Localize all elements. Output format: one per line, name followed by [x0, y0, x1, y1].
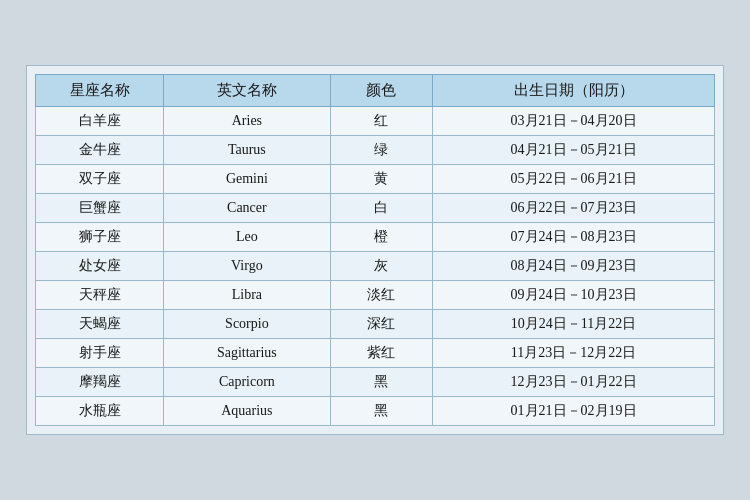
table-row: 白羊座Aries红03月21日－04月20日	[36, 107, 715, 136]
cell-english: Sagittarius	[164, 339, 331, 368]
header-english: 英文名称	[164, 75, 331, 107]
cell-english: Cancer	[164, 194, 331, 223]
cell-english: Taurus	[164, 136, 331, 165]
cell-color: 淡红	[330, 281, 432, 310]
cell-date: 06月22日－07月23日	[433, 194, 715, 223]
cell-color: 橙	[330, 223, 432, 252]
table-row: 天秤座Libra淡红09月24日－10月23日	[36, 281, 715, 310]
cell-color: 绿	[330, 136, 432, 165]
cell-chinese: 双子座	[36, 165, 164, 194]
cell-chinese: 狮子座	[36, 223, 164, 252]
header-color: 颜色	[330, 75, 432, 107]
cell-date: 05月22日－06月21日	[433, 165, 715, 194]
cell-color: 白	[330, 194, 432, 223]
cell-color: 黑	[330, 368, 432, 397]
cell-english: Aquarius	[164, 397, 331, 426]
cell-english: Scorpio	[164, 310, 331, 339]
cell-english: Leo	[164, 223, 331, 252]
cell-color: 灰	[330, 252, 432, 281]
cell-english: Aries	[164, 107, 331, 136]
cell-color: 深红	[330, 310, 432, 339]
table-row: 狮子座Leo橙07月24日－08月23日	[36, 223, 715, 252]
cell-date: 11月23日－12月22日	[433, 339, 715, 368]
table-row: 射手座Sagittarius紫红11月23日－12月22日	[36, 339, 715, 368]
cell-date: 10月24日－11月22日	[433, 310, 715, 339]
header-date: 出生日期（阳历）	[433, 75, 715, 107]
table-header-row: 星座名称 英文名称 颜色 出生日期（阳历）	[36, 75, 715, 107]
cell-color: 红	[330, 107, 432, 136]
table-row: 巨蟹座Cancer白06月22日－07月23日	[36, 194, 715, 223]
cell-chinese: 巨蟹座	[36, 194, 164, 223]
cell-date: 07月24日－08月23日	[433, 223, 715, 252]
table-row: 双子座Gemini黄05月22日－06月21日	[36, 165, 715, 194]
cell-english: Capricorn	[164, 368, 331, 397]
cell-english: Virgo	[164, 252, 331, 281]
cell-color: 黑	[330, 397, 432, 426]
cell-chinese: 射手座	[36, 339, 164, 368]
cell-english: Libra	[164, 281, 331, 310]
cell-chinese: 金牛座	[36, 136, 164, 165]
cell-chinese: 天秤座	[36, 281, 164, 310]
zodiac-table: 星座名称 英文名称 颜色 出生日期（阳历） 白羊座Aries红03月21日－04…	[35, 74, 715, 426]
cell-date: 01月21日－02月19日	[433, 397, 715, 426]
header-chinese: 星座名称	[36, 75, 164, 107]
cell-english: Gemini	[164, 165, 331, 194]
table-row: 水瓶座Aquarius黑01月21日－02月19日	[36, 397, 715, 426]
cell-date: 08月24日－09月23日	[433, 252, 715, 281]
cell-date: 03月21日－04月20日	[433, 107, 715, 136]
table-row: 天蝎座Scorpio深红10月24日－11月22日	[36, 310, 715, 339]
cell-chinese: 天蝎座	[36, 310, 164, 339]
cell-date: 09月24日－10月23日	[433, 281, 715, 310]
table-row: 金牛座Taurus绿04月21日－05月21日	[36, 136, 715, 165]
cell-chinese: 处女座	[36, 252, 164, 281]
cell-color: 紫红	[330, 339, 432, 368]
cell-chinese: 摩羯座	[36, 368, 164, 397]
cell-chinese: 水瓶座	[36, 397, 164, 426]
table-row: 摩羯座Capricorn黑12月23日－01月22日	[36, 368, 715, 397]
table-row: 处女座Virgo灰08月24日－09月23日	[36, 252, 715, 281]
cell-color: 黄	[330, 165, 432, 194]
zodiac-table-container: 星座名称 英文名称 颜色 出生日期（阳历） 白羊座Aries红03月21日－04…	[26, 65, 724, 435]
table-body: 白羊座Aries红03月21日－04月20日金牛座Taurus绿04月21日－0…	[36, 107, 715, 426]
cell-date: 12月23日－01月22日	[433, 368, 715, 397]
cell-chinese: 白羊座	[36, 107, 164, 136]
cell-date: 04月21日－05月21日	[433, 136, 715, 165]
